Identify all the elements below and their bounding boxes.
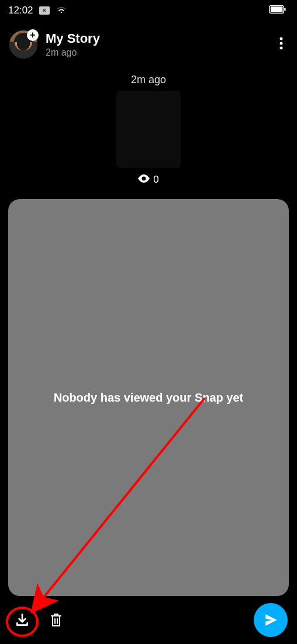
story-timestamp: 2m ago xyxy=(46,47,275,58)
header-text: My Story 2m ago xyxy=(46,31,275,58)
status-right xyxy=(269,5,286,17)
svg-point-3 xyxy=(280,37,283,40)
eye-icon xyxy=(138,174,150,186)
view-count-value: 0 xyxy=(153,174,158,186)
svg-point-5 xyxy=(280,47,283,50)
download-button[interactable] xyxy=(9,607,35,633)
status-left: 12:02 ✕ xyxy=(8,5,67,17)
bottom-action-bar xyxy=(0,596,297,644)
no-viewers-message: Nobody has viewed your Snap yet xyxy=(54,391,244,405)
no-sim-icon: ✕ xyxy=(39,6,50,15)
send-button[interactable] xyxy=(254,603,288,637)
viewers-panel[interactable]: Nobody has viewed your Snap yet xyxy=(8,199,289,596)
battery-icon xyxy=(269,5,286,17)
snap-thumbnail[interactable] xyxy=(116,91,181,168)
snap-preview-area: 2m ago 0 xyxy=(0,63,297,186)
status-time: 12:02 xyxy=(8,5,33,16)
avatar[interactable]: + xyxy=(9,30,37,59)
snap-preview-timestamp: 2m ago xyxy=(131,74,166,86)
svg-point-4 xyxy=(280,42,283,45)
svg-rect-2 xyxy=(284,8,285,11)
wifi-icon xyxy=(56,5,67,17)
story-header: + My Story 2m ago xyxy=(0,21,297,63)
status-bar: 12:02 ✕ xyxy=(0,0,297,21)
view-count: 0 xyxy=(138,174,158,186)
more-options-button[interactable] xyxy=(275,32,288,57)
svg-rect-1 xyxy=(271,6,283,12)
delete-button[interactable] xyxy=(43,607,69,633)
story-title: My Story xyxy=(46,31,275,46)
svg-point-6 xyxy=(142,177,146,181)
add-to-story-icon[interactable]: + xyxy=(27,29,39,41)
